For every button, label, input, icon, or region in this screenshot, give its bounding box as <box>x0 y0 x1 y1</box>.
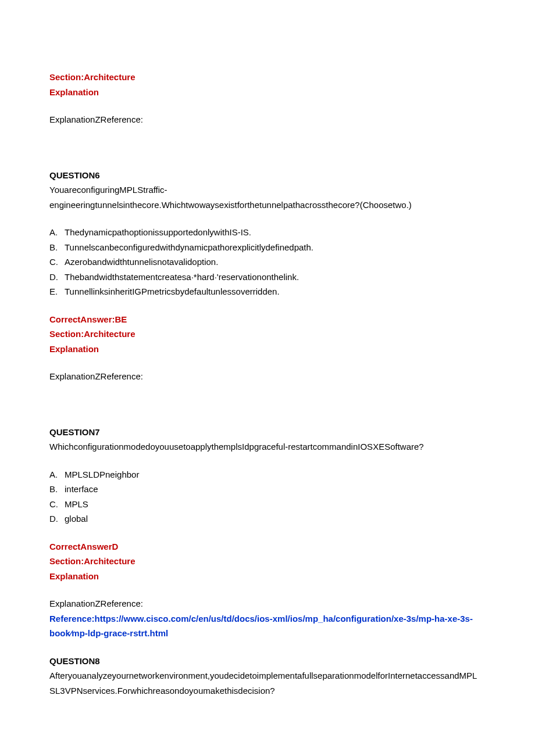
q6-option-d: D.Thebandwidthstatementcreatesa·*hard·'r… <box>49 270 486 285</box>
q6-option-e: E.TunnellinksinheritIGPmetricsbydefaultu… <box>49 284 486 299</box>
q8-prompt-line2: SL3VPNservices.Forwhichreasondoyoumaketh… <box>49 683 486 698</box>
q7-option-d: D.global <box>49 511 486 526</box>
q7-explanation-ref: ExplanationZReference: <box>49 596 486 611</box>
q6-option-c: C.Azerobandwidthtunnelisnotavalidoption. <box>49 255 486 270</box>
q7-option-b: B.interface <box>49 482 486 497</box>
q6-heading: QUESTION6 <box>49 168 486 183</box>
q6-section: Section:Architecture <box>49 327 486 342</box>
q8-prompt-line1: Afteryouanalyzeyournetworkenvironment,yo… <box>49 668 486 683</box>
q7-section: Section:Architecture <box>49 554 486 569</box>
q7-answer: CorrectAnswerD <box>49 539 486 554</box>
q7-reference-url2[interactable]: book⁄mp-ldp-grace-rstrt.html <box>49 626 486 641</box>
intro-section: Section:Architecture <box>49 70 486 85</box>
q6-option-b: B.Tunnelscanbeconfiguredwithdynamicpatho… <box>49 240 486 255</box>
intro-explanation-label: Explanation <box>49 85 486 100</box>
q8-heading: QUESTION8 <box>49 654 486 669</box>
q6-prompt-line1: YouareconfiguringMPLStraffic- <box>49 182 486 198</box>
q6-prompt-line2: engineeringtunnelsinthecore.Whichtwoways… <box>49 198 486 213</box>
q7-options: A.MPLSLDPneighbor B.interface C.MPLS D.g… <box>49 467 486 526</box>
q6-explanation-ref: ExplanationZReference: <box>49 369 486 384</box>
q7-option-c: C.MPLS <box>49 497 486 512</box>
q6-explanation-label: Explanation <box>49 342 486 357</box>
q7-prompt: Whichconfigurationmodedoyouusetoapplythe… <box>49 439 486 454</box>
intro-explanation-ref: ExplanationZReference: <box>49 112 486 127</box>
q7-reference-line1: Reference:https://www.cisco.com/c/en/us/… <box>49 611 486 626</box>
q7-heading: QUESTION7 <box>49 425 486 440</box>
q7-explanation-label: Explanation <box>49 569 486 584</box>
q7-reference-label: Reference: <box>49 614 95 624</box>
q6-options: A.Thedynamicpathoptionissupportedonlywit… <box>49 225 486 299</box>
q7-option-a: A.MPLSLDPneighbor <box>49 467 486 482</box>
q6-option-a: A.Thedynamicpathoptionissupportedonlywit… <box>49 225 486 240</box>
q6-answer: CorrectAnswer:BE <box>49 312 486 327</box>
q7-reference-url1[interactable]: https://www.cisco.com/c/en/us/td/docs/io… <box>95 614 473 624</box>
